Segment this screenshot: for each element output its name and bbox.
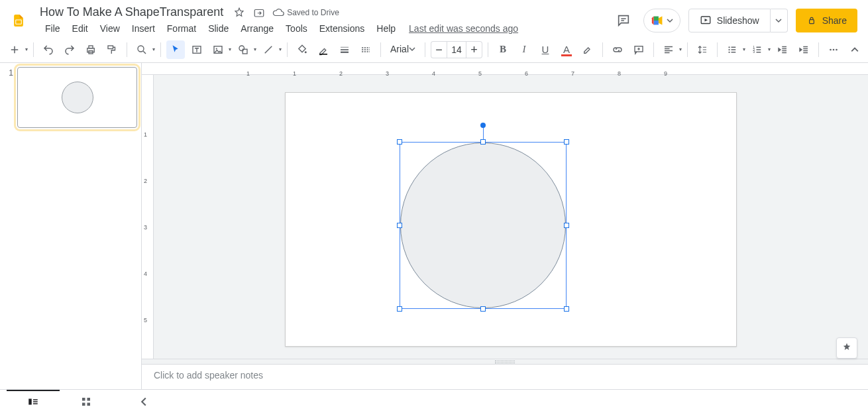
grid-view-tab[interactable]	[60, 390, 113, 413]
handle-bottom-left[interactable]	[397, 306, 402, 312]
menu-bar: File Edit View Insert Format Slide Arran…	[37, 21, 518, 36]
textbox-tool[interactable]	[188, 40, 206, 59]
star-icon[interactable]	[233, 6, 246, 19]
image-dropdown[interactable]: ▾	[229, 46, 231, 52]
border-color-button[interactable]	[314, 40, 333, 59]
rotate-line	[483, 126, 484, 139]
svg-rect-8	[809, 19, 814, 23]
bullet-list-button[interactable]	[723, 40, 741, 59]
font-size-decrease[interactable]: −	[431, 41, 447, 58]
menu-arrange[interactable]: Arrange	[235, 21, 279, 36]
notes-splitter[interactable]	[142, 359, 868, 364]
filmstrip-view-tab[interactable]	[7, 390, 60, 413]
print-button[interactable]	[81, 40, 100, 59]
document-title[interactable]: How To Make A ShapeTransparent	[37, 4, 226, 21]
svg-text:3: 3	[753, 50, 755, 54]
svg-point-17	[239, 46, 244, 51]
slideshow-label: Slideshow	[717, 15, 759, 26]
svg-rect-20	[319, 54, 327, 55]
menu-extensions[interactable]: Extensions	[314, 21, 370, 36]
paint-format-button[interactable]	[103, 40, 121, 59]
border-weight-button[interactable]	[335, 40, 354, 59]
collapse-filmstrip-button[interactable]	[139, 397, 148, 406]
font-size-input[interactable]	[447, 41, 466, 58]
drive-status[interactable]: Saved to Drive	[272, 7, 339, 19]
menu-file[interactable]: File	[40, 21, 66, 36]
slide-thumbnail[interactable]	[17, 67, 137, 128]
italic-button[interactable]: I	[515, 40, 533, 59]
line-spacing-button[interactable]	[693, 40, 712, 59]
line-dropdown[interactable]: ▾	[279, 46, 282, 52]
handle-bottom-middle[interactable]	[480, 306, 486, 312]
zoom-dropdown[interactable]: ▾	[152, 46, 155, 52]
move-icon[interactable]	[252, 6, 266, 19]
align-dropdown[interactable]: ▾	[679, 46, 682, 52]
menu-edit[interactable]: Edit	[67, 21, 93, 36]
comment-add-button[interactable]	[629, 40, 648, 59]
circle-shape[interactable]	[400, 143, 566, 308]
explore-button[interactable]	[836, 337, 857, 359]
ruler-vertical[interactable]: 12345	[142, 75, 154, 359]
link-button[interactable]	[608, 40, 627, 59]
select-tool[interactable]	[166, 40, 185, 59]
indent-button[interactable]	[794, 40, 813, 59]
font-family-select[interactable]: Arial	[386, 40, 419, 59]
image-tool[interactable]	[209, 40, 227, 59]
more-button[interactable]	[824, 40, 843, 59]
selection-box[interactable]	[400, 142, 567, 309]
bold-button[interactable]: B	[494, 40, 512, 59]
new-slide-dropdown[interactable]: ▾	[25, 46, 28, 52]
handle-middle-left[interactable]	[397, 223, 402, 228]
new-slide-button[interactable]	[5, 40, 24, 59]
meet-button[interactable]	[643, 9, 680, 32]
number-list-button[interactable]: 123	[748, 40, 767, 59]
handle-top-right[interactable]	[564, 139, 569, 145]
handle-bottom-right[interactable]	[564, 306, 569, 312]
handle-top-left[interactable]	[397, 139, 402, 145]
menu-format[interactable]: Format	[162, 21, 201, 36]
font-size-increase[interactable]: +	[466, 41, 482, 58]
shape-dropdown[interactable]: ▾	[254, 46, 256, 52]
slideshow-button[interactable]: Slideshow	[688, 9, 771, 32]
zoom-button[interactable]	[133, 40, 151, 59]
menu-slide[interactable]: Slide	[203, 21, 234, 36]
number-list-dropdown[interactable]: ▾	[768, 46, 771, 52]
svg-rect-32	[82, 398, 85, 401]
comments-icon[interactable]	[612, 9, 635, 32]
fill-color-button[interactable]	[293, 40, 311, 59]
slide-canvas[interactable]	[285, 92, 737, 347]
slides-logo[interactable]	[5, 7, 32, 34]
redo-button[interactable]	[60, 40, 79, 59]
last-edit-link[interactable]: Last edit was seconds ago	[409, 23, 518, 34]
slideshow-dropdown[interactable]	[771, 9, 788, 32]
menu-insert[interactable]: Insert	[127, 21, 160, 36]
border-dash-button[interactable]	[356, 40, 375, 59]
canvas-area[interactable]	[154, 75, 868, 359]
drive-status-text: Saved to Drive	[287, 8, 339, 17]
header: How To Make A ShapeTransparent Saved to …	[0, 0, 868, 36]
text-color-button[interactable]: A	[557, 40, 576, 59]
menu-tools[interactable]: Tools	[280, 21, 313, 36]
underline-button[interactable]: U	[536, 40, 555, 59]
bullet-list-dropdown[interactable]: ▾	[743, 46, 745, 52]
svg-point-23	[728, 48, 730, 50]
ruler-horizontal[interactable]: 1123456789	[142, 63, 868, 75]
hide-menus-button[interactable]	[848, 40, 867, 59]
line-tool[interactable]	[259, 40, 278, 59]
svg-point-28	[830, 48, 832, 50]
handle-middle-right[interactable]	[564, 223, 569, 228]
undo-button[interactable]	[39, 40, 58, 59]
shape-tool[interactable]	[234, 40, 252, 59]
align-button[interactable]	[659, 40, 678, 59]
speaker-notes[interactable]: Click to add speaker notes	[142, 364, 868, 389]
handle-top-middle[interactable]	[480, 139, 486, 145]
highlight-button[interactable]	[578, 40, 597, 59]
outdent-button[interactable]	[773, 40, 792, 59]
svg-point-19	[305, 51, 307, 53]
rotate-handle[interactable]	[480, 123, 486, 128]
share-button[interactable]: Share	[796, 9, 857, 32]
menu-help[interactable]: Help	[371, 21, 401, 36]
footer	[0, 389, 868, 413]
svg-point-13	[138, 46, 144, 52]
menu-view[interactable]: View	[95, 21, 125, 36]
